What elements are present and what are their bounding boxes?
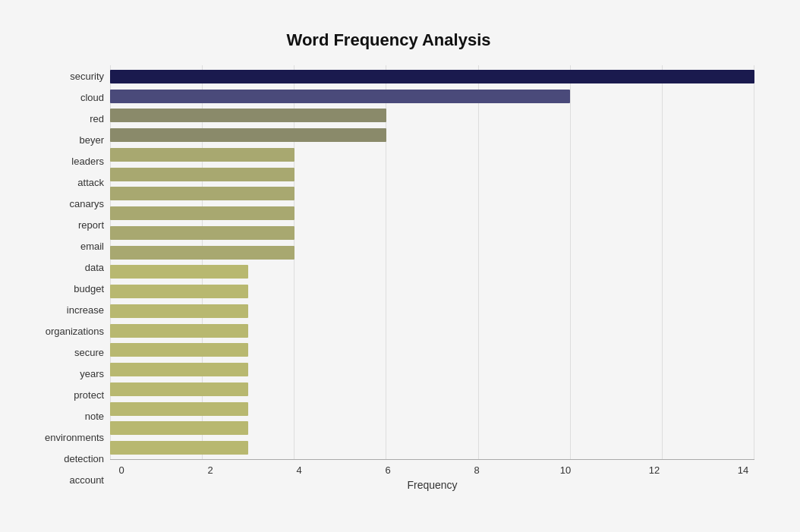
bar-row xyxy=(110,303,754,320)
bar xyxy=(110,128,386,142)
bar xyxy=(110,402,248,416)
x-axis-tick-label: 4 xyxy=(288,464,310,476)
bar xyxy=(110,90,570,103)
bar xyxy=(110,148,294,162)
y-label: security xyxy=(70,71,104,81)
bar-row xyxy=(110,361,754,378)
bar xyxy=(110,382,248,396)
bar xyxy=(110,363,248,376)
chart-area: securitycloudredbeyerleadersattackcanary… xyxy=(23,65,754,491)
bar-row xyxy=(110,107,754,124)
bar-row xyxy=(110,244,754,261)
bar xyxy=(110,246,294,260)
y-label: email xyxy=(80,241,104,251)
bar-row xyxy=(110,420,754,436)
bar xyxy=(110,265,248,279)
bar-row xyxy=(110,68,754,85)
bar xyxy=(110,206,294,220)
x-axis-tick-label: 12 xyxy=(643,464,666,476)
bar-row xyxy=(110,323,754,339)
y-label: secure xyxy=(74,348,104,357)
y-label: years xyxy=(80,369,104,379)
y-label: account xyxy=(69,475,104,485)
bar-row xyxy=(110,381,754,398)
x-axis-labels: 02468101214 xyxy=(110,464,754,476)
bar xyxy=(110,226,294,240)
x-axis-tick-label: 0 xyxy=(110,464,133,476)
bar xyxy=(110,343,248,357)
y-label: canarys xyxy=(69,199,104,209)
y-label: budget xyxy=(74,284,104,294)
bar-row xyxy=(110,185,754,202)
x-axis-line xyxy=(110,459,754,460)
bar-row xyxy=(110,205,754,222)
x-axis-tick-label: 6 xyxy=(376,464,399,476)
y-label: cloud xyxy=(80,93,104,102)
y-label: beyer xyxy=(79,135,104,145)
x-axis-tick-label: 14 xyxy=(732,464,754,476)
y-label: organizations xyxy=(46,326,104,336)
bar xyxy=(110,324,248,338)
x-axis-tick-label: 8 xyxy=(465,464,488,476)
bars-wrapper xyxy=(110,65,754,459)
y-labels: securitycloudredbeyerleadersattackcanary… xyxy=(23,65,110,491)
y-label: attack xyxy=(77,178,104,187)
bar-row xyxy=(110,263,754,280)
y-label: red xyxy=(90,114,104,124)
bar-row xyxy=(110,283,754,300)
y-label: increase xyxy=(67,305,104,315)
y-label: detection xyxy=(64,454,104,464)
bar xyxy=(110,441,248,455)
x-axis-tick-label: 2 xyxy=(199,464,222,476)
bar-row xyxy=(110,439,754,456)
bar xyxy=(110,109,386,122)
y-label: environments xyxy=(45,433,104,442)
bar-row xyxy=(110,127,754,143)
bar xyxy=(110,187,294,200)
x-axis-title: Frequency xyxy=(110,479,754,491)
bar-row xyxy=(110,342,754,358)
bar xyxy=(110,285,248,298)
y-label: leaders xyxy=(71,156,104,166)
chart-title: Word Frequency Analysis xyxy=(23,30,754,50)
bar-row xyxy=(110,166,754,183)
bar-row xyxy=(110,225,754,241)
y-label: report xyxy=(78,220,104,230)
bars-inner xyxy=(110,65,754,459)
bar xyxy=(110,70,754,83)
bar xyxy=(110,168,294,181)
x-axis-tick-label: 10 xyxy=(554,464,577,476)
y-label: protect xyxy=(74,390,104,400)
bar xyxy=(110,421,248,435)
y-label: note xyxy=(85,411,104,421)
chart-container: Word Frequency Analysis securitycloudred… xyxy=(15,15,785,532)
bar-row xyxy=(110,401,754,417)
y-label: data xyxy=(85,263,104,272)
bars-and-axes: 02468101214 Frequency xyxy=(110,65,754,491)
bar xyxy=(110,304,248,318)
bar-row xyxy=(110,146,754,163)
bar-row xyxy=(110,88,754,105)
